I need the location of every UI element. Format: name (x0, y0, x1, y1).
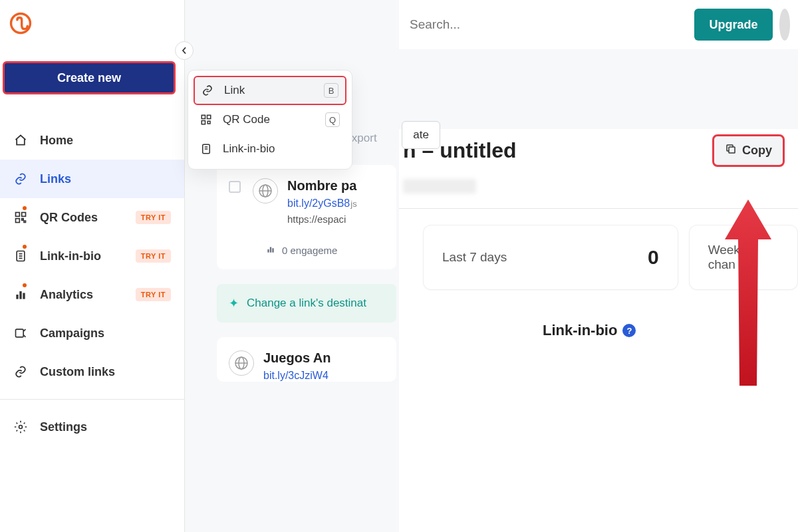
top-bar: Upgrade (399, 0, 798, 49)
new-dot-icon (23, 245, 27, 249)
collapse-sidebar-button[interactable] (175, 41, 194, 60)
stats-row: Last 7 days 0 Weekly chan (399, 209, 798, 290)
svg-rect-2 (22, 213, 26, 217)
dropdown-label: QR Code (223, 113, 270, 126)
sidebar: Create new Home Links QR Codes TRY IT Li… (0, 0, 185, 532)
create-dropdown: Link B QR Code Q Link-in-bio (188, 70, 352, 170)
nav-label: Home (40, 134, 73, 148)
nav-label: Links (40, 172, 71, 186)
svg-rect-3 (16, 219, 20, 223)
try-it-badge: TRY IT (136, 249, 171, 263)
dropdown-label: Link (224, 84, 245, 97)
date-pill[interactable]: ate (402, 121, 440, 149)
svg-rect-25 (201, 121, 205, 124)
help-icon[interactable]: ? (622, 324, 636, 337)
blurred-url (403, 179, 476, 194)
create-new-button[interactable]: Create new (3, 61, 176, 94)
long-url: https://espaci (287, 213, 357, 225)
dropdown-qr[interactable]: QR Code Q (194, 105, 346, 134)
nav-label: Link-in-bio (40, 249, 101, 263)
globe-icon (229, 350, 254, 376)
qr-icon (13, 210, 28, 225)
nav: Home Links QR Codes TRY IT Link-in-bio T… (0, 121, 184, 446)
sparkle-icon: ✦ (229, 296, 239, 311)
svg-rect-9 (19, 291, 21, 299)
page-icon (200, 143, 213, 155)
analytics-icon (13, 287, 28, 302)
stat-label: Weekly chan (708, 243, 779, 272)
new-dot-icon (23, 206, 27, 210)
copy-button[interactable]: Copy (712, 134, 785, 167)
nav-campaigns[interactable]: Campaigns (0, 314, 184, 352)
stat-label: Last 7 days (442, 250, 507, 265)
nav-label: Custom links (40, 365, 115, 379)
short-link[interactable]: bit.ly/3cJziW4 (263, 370, 331, 382)
page-icon (13, 249, 28, 263)
dropdown-link-in-bio[interactable]: Link-in-bio (194, 134, 346, 164)
stat-value: 0 (648, 246, 659, 269)
stat-weekly-change: Weekly chan (689, 225, 798, 290)
nav-link-in-bio[interactable]: Link-in-bio TRY IT (0, 237, 184, 275)
svg-rect-1 (16, 213, 20, 217)
svg-rect-10 (23, 293, 25, 299)
campaigns-icon (13, 326, 28, 340)
search-input[interactable] (407, 9, 684, 40)
svg-rect-11 (16, 329, 24, 337)
link-icon (13, 172, 28, 186)
qr-icon (200, 114, 213, 126)
nav-analytics[interactable]: Analytics TRY IT (0, 275, 184, 314)
kbd-shortcut: Q (325, 112, 340, 127)
stat-last-7-days: Last 7 days 0 (423, 225, 678, 290)
try-it-badge: TRY IT (136, 288, 171, 301)
copy-label: Copy (742, 144, 772, 158)
short-link[interactable]: bit.ly/2yGsB8 (287, 198, 350, 209)
engagement-row: 0 engageme (266, 245, 396, 256)
new-dot-icon (23, 283, 27, 287)
engagement-text: 0 engageme (282, 245, 337, 256)
nav-custom-links[interactable]: Custom links (0, 352, 184, 391)
bitly-logo (9, 12, 32, 35)
svg-rect-26 (207, 121, 210, 124)
custom-link-icon (13, 364, 28, 379)
copy-icon (725, 143, 737, 158)
svg-rect-23 (201, 115, 205, 118)
nav-qr-codes[interactable]: QR Codes TRY IT (0, 198, 184, 237)
gear-icon (13, 420, 28, 434)
globe-icon (253, 178, 278, 203)
section-title: Link-in-bio (543, 322, 617, 339)
kbd-shortcut: B (324, 83, 338, 98)
bar-chart-icon (266, 245, 275, 256)
svg-rect-30 (729, 147, 735, 153)
link-title: Nombre pa (287, 178, 357, 194)
try-it-badge: TRY IT (136, 211, 171, 224)
promo-text: Change a link's destinat (247, 297, 366, 310)
link-in-bio-section: Link-in-bio ? (399, 290, 798, 339)
link-icon (201, 84, 215, 96)
divider (0, 399, 184, 400)
nav-settings[interactable]: Settings (0, 408, 184, 446)
short-suffix: js (350, 199, 356, 209)
link-checkbox[interactable] (229, 181, 241, 193)
detail-panel: Upgrade ate n – untitled Copy Last 7 day… (399, 0, 798, 532)
dropdown-label: Link-in-bio (223, 142, 275, 156)
dropdown-link[interactable]: Link B (194, 76, 346, 105)
avatar[interactable] (779, 9, 790, 41)
link-card[interactable]: Juegos An bit.ly/3cJziW4 (217, 337, 396, 382)
nav-label: QR Codes (40, 211, 98, 225)
svg-rect-24 (207, 115, 211, 118)
link-title: Juegos An (263, 350, 331, 366)
nav-label: Analytics (40, 288, 93, 302)
upgrade-button[interactable]: Upgrade (694, 9, 773, 41)
nav-label: Campaigns (40, 327, 104, 340)
svg-rect-17 (267, 249, 269, 253)
link-card[interactable]: Nombre pa bit.ly/2yGsB8 js https://espac… (217, 165, 396, 269)
svg-rect-8 (16, 295, 18, 299)
nav-label: Settings (40, 420, 87, 434)
nav-home[interactable]: Home (0, 121, 184, 160)
nav-links[interactable]: Links (0, 160, 184, 198)
svg-rect-19 (272, 248, 273, 252)
svg-point-12 (19, 426, 23, 429)
svg-rect-18 (270, 247, 271, 253)
promo-banner[interactable]: ✦ Change a link's destinat (217, 284, 396, 323)
home-icon (13, 133, 28, 148)
